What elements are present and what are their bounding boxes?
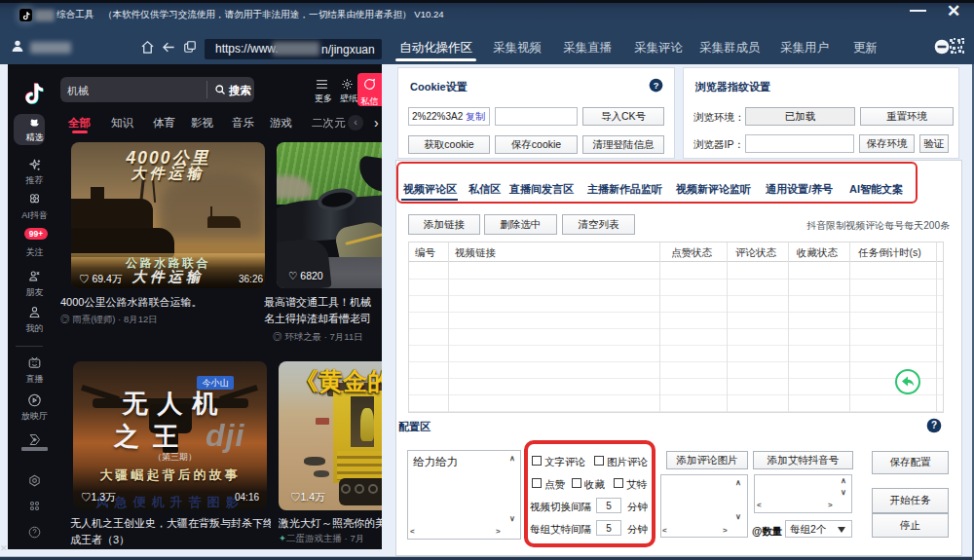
svg-text:?: ? (931, 420, 937, 430)
svg-text:?: ? (654, 81, 659, 91)
